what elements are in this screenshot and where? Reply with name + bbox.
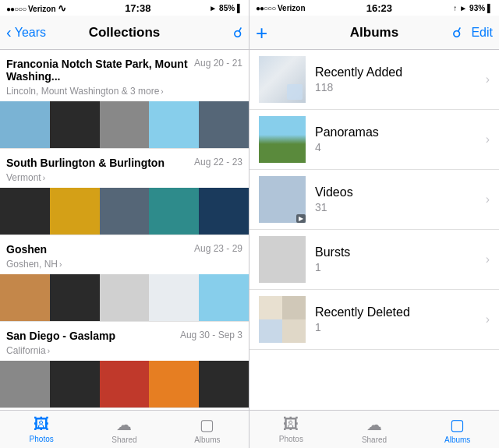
chevron-right-icon: ›: [486, 132, 490, 146]
album-thumb: ▶: [259, 176, 306, 223]
thumb: [50, 361, 100, 407]
shared-icon: ☁: [116, 415, 132, 434]
album-count: 1: [315, 261, 480, 273]
left-nav-title: Collections: [89, 25, 161, 41]
deleted-cell: [282, 296, 306, 319]
deleted-thumb: [259, 296, 306, 343]
tab-photos-label: Photos: [279, 435, 303, 443]
tab-photos[interactable]: 🖼 Photos: [0, 415, 83, 443]
add-album-button[interactable]: +: [256, 23, 267, 43]
chevron-right-icon: ›: [486, 312, 490, 326]
album-item[interactable]: Recently Added 118 ›: [250, 50, 499, 110]
tab-shared-label: Shared: [111, 436, 136, 444]
photo-strip: [0, 274, 249, 321]
right-tab-bar: 🖼 Photos ☁ Shared ▢ Albums: [250, 410, 499, 448]
left-nav-bar: ‹ Years Collections ☌: [0, 16, 249, 50]
photo-strip: [0, 361, 249, 407]
album-thumb: [259, 236, 306, 283]
thumb: [100, 101, 150, 148]
chevron-right-icon: ›: [486, 192, 490, 206]
video-badge: ▶: [296, 214, 306, 223]
thumb: [149, 101, 199, 148]
collection-title: Goshen: [6, 243, 191, 256]
thumb: [149, 361, 199, 407]
album-thumb: [259, 296, 306, 343]
shared-icon: ☁: [366, 415, 382, 434]
back-button[interactable]: ‹ Years: [6, 23, 46, 41]
album-name: Videos: [315, 185, 480, 199]
right-carrier: ●●○○○ Verizon: [256, 4, 306, 12]
albums-list: Recently Added 118 › Panoramas 4 › ▶: [250, 50, 499, 410]
thumb: [100, 188, 150, 235]
right-arrow-icon: ↑: [453, 4, 457, 12]
tab-shared-label: Shared: [362, 436, 387, 444]
right-panel: ●●○○○ Verizon 16:23 ↑ ► 93% ▌ + Albums ☌…: [250, 0, 499, 448]
thumb: [149, 274, 199, 321]
tab-albums-label: Albums: [444, 436, 470, 444]
back-label[interactable]: Years: [15, 26, 46, 40]
thumb: [199, 361, 249, 407]
deleted-cell: [259, 319, 282, 343]
left-status-bar: ●●○○○ Verizon ∿ 17:38 ► 85% ▌: [0, 0, 249, 16]
chevron-right-sm-icon: ›: [43, 174, 45, 182]
tab-photos-label: Photos: [30, 435, 54, 443]
search-button[interactable]: ☌: [452, 24, 462, 41]
album-thumb: [259, 56, 306, 103]
thumb: [50, 274, 100, 321]
thumb: [0, 274, 50, 321]
bursts-thumb: [259, 236, 306, 283]
tab-albums[interactable]: ▢ Albums: [166, 415, 249, 444]
thumb: [50, 101, 100, 148]
tab-shared[interactable]: ☁ Shared: [333, 415, 416, 444]
collection-item[interactable]: San Diego - Gaslamp Aug 30 - Sep 3 Calif…: [0, 322, 249, 408]
collection-date: Aug 23 - 29: [194, 243, 242, 254]
collection-subtitle: Goshen, NH ›: [0, 259, 249, 274]
thumb: [149, 188, 199, 235]
left-right-status: ► 85% ▌: [209, 4, 242, 12]
collection-header: San Diego - Gaslamp Aug 30 - Sep 3: [0, 330, 249, 345]
collections-list: Franconia Notch State Park, Mount Washin…: [0, 50, 249, 410]
album-item[interactable]: Panoramas 4 ›: [250, 110, 499, 170]
panoramas-thumb: [259, 116, 306, 163]
chevron-right-sm-icon: ›: [161, 87, 163, 96]
collection-date: Aug 30 - Sep 3: [180, 330, 242, 340]
chevron-right-icon: ›: [486, 72, 490, 86]
collection-title: San Diego - Gaslamp: [6, 330, 177, 342]
thumb: [199, 101, 249, 148]
collection-title: South Burlington & Burlington: [6, 157, 191, 169]
collection-header: Franconia Notch State Park, Mount Washin…: [0, 58, 249, 86]
album-item[interactable]: Recently Deleted 1 ›: [250, 290, 499, 350]
deleted-cell: [282, 319, 306, 343]
album-info: Recently Deleted 1: [315, 305, 480, 333]
tab-albums[interactable]: ▢ Albums: [416, 415, 499, 444]
photo-strip: [0, 188, 249, 235]
tab-shared[interactable]: ☁ Shared: [83, 415, 165, 444]
left-panel: ●●○○○ Verizon ∿ 17:38 ► 85% ▌ ‹ Years Co…: [0, 0, 250, 448]
recently-added-thumb: [259, 56, 306, 103]
collection-item[interactable]: South Burlington & Burlington Aug 22 - 2…: [0, 149, 249, 235]
collection-header: Goshen Aug 23 - 29: [0, 243, 249, 259]
videos-thumb: ▶: [259, 176, 306, 223]
album-item[interactable]: ▶ Videos 31 ›: [250, 170, 499, 230]
album-item[interactable]: Bursts 1 ›: [250, 230, 499, 290]
photos-icon: 🖼: [34, 415, 49, 433]
collection-date: Aug 22 - 23: [194, 157, 242, 168]
collection-header: South Burlington & Burlington Aug 22 - 2…: [0, 157, 249, 172]
thumb: [0, 188, 50, 235]
album-count: 118: [315, 81, 480, 93]
photo-strip: [0, 101, 249, 148]
right-nav-title: Albums: [350, 25, 398, 41]
right-bt-icon: ►: [459, 4, 467, 12]
album-name: Panoramas: [315, 125, 480, 139]
search-button[interactable]: ☌: [233, 24, 242, 41]
collection-item[interactable]: Franconia Notch State Park, Mount Washin…: [0, 50, 249, 149]
album-info: Recently Added 118: [315, 65, 480, 93]
tab-photos[interactable]: 🖼 Photos: [250, 415, 333, 443]
thumb: [199, 274, 249, 321]
thumb: [100, 361, 150, 407]
right-time: 16:23: [366, 2, 392, 14]
collection-item[interactable]: Goshen Aug 23 - 29 Goshen, NH ›: [0, 235, 249, 322]
thumb: [100, 274, 150, 321]
edit-button[interactable]: Edit: [471, 26, 493, 40]
chevron-left-icon: ‹: [6, 23, 12, 41]
